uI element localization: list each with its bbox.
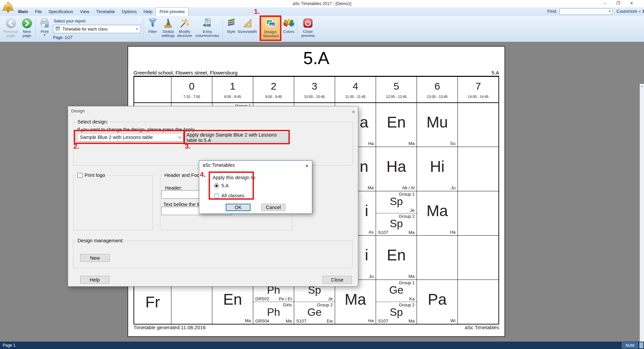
print-logo-checkbox[interactable] — [77, 173, 83, 178]
apply-design-button[interactable]: Apply design Sample Blue 2 with Lessons … — [186, 133, 288, 142]
close-preview-button[interactable]: Close preview — [299, 17, 317, 41]
radio-selected-icon[interactable] — [214, 183, 219, 188]
lesson-cell — [458, 191, 498, 235]
period-header-cell: 714:00 - 14:45 — [458, 77, 498, 102]
design-management-label: Design management: — [76, 238, 125, 243]
page-footer: Timetable generated:11.08.2016 aSc Timet… — [133, 325, 499, 330]
vertical-scrollbar[interactable]: ▲ ▼ — [640, 84, 644, 349]
design-dialog-close-icon[interactable]: × — [352, 107, 355, 116]
find-area: Find: ▼ Customize ▼X — [547, 7, 641, 16]
apply-dialog-title: aSc Timetables — [203, 162, 235, 168]
subject: Ha — [386, 159, 406, 174]
period-number: 1 — [230, 81, 235, 92]
radio-unselected-icon[interactable] — [214, 193, 219, 198]
class-title: 5.A — [128, 48, 504, 68]
statusbar-corner[interactable] — [639, 342, 643, 348]
period-number: 0 — [189, 81, 195, 92]
restore-icon — [616, 1, 620, 5]
period-time: 14:00 - 14:45 — [468, 95, 489, 99]
radio-option-class[interactable]: 5.A — [214, 183, 229, 188]
lesson-cell: HiJu — [417, 147, 458, 191]
print-button[interactable]: Print ▼ — [38, 17, 52, 41]
close-window-button[interactable]: ✕ — [626, 0, 637, 7]
ribbon-separator — [297, 18, 298, 39]
find-input[interactable]: ▼ — [559, 8, 612, 15]
school-line: Greenfield school, Flowers street, Flowe… — [133, 69, 499, 76]
global-settings-button[interactable]: Global settings — [160, 17, 176, 41]
period-number: 6 — [434, 81, 440, 92]
room: S107 — [378, 318, 388, 323]
ok-button[interactable]: OK — [226, 204, 251, 211]
period-header-cell: 310:00 - 10:45 — [294, 77, 335, 102]
subject: Ma — [427, 203, 448, 218]
filter-label: Filter — [148, 30, 157, 34]
power-icon — [303, 17, 313, 30]
print-logo-option[interactable]: Print logo — [77, 172, 105, 178]
restore-button[interactable] — [612, 0, 624, 7]
lesson-cell: MuSu — [417, 102, 458, 147]
previous-page-button[interactable]: Previous page — [2, 17, 19, 41]
design-combobox[interactable]: Sample Blue 2 with Lessons table — [77, 133, 183, 142]
ribbon-separator — [222, 18, 223, 39]
lesson-cell: HaAb / Al — [376, 147, 417, 191]
period-header-cell: 411:00 - 11:45 — [335, 77, 376, 102]
radio-class-label: 5.A — [221, 183, 229, 188]
close-ribbon-icon[interactable]: X — [642, 9, 644, 14]
apply-dialog-titlebar[interactable]: aSc Timetables × — [199, 161, 312, 170]
extra-columns-label: Extra columns/rows — [194, 30, 221, 38]
help-button[interactable]: Help — [80, 276, 109, 284]
annotation-step-2: 2. — [73, 142, 79, 150]
previous-arrow-icon — [5, 17, 16, 30]
magic-wand-icon — [179, 17, 190, 30]
school-name: Greenfield school, Flowers street, Flowe… — [133, 70, 237, 76]
tab-file[interactable]: File — [32, 7, 45, 16]
print-dropdown-caret-icon[interactable]: ▼ — [43, 34, 46, 37]
tab-view[interactable]: View — [76, 7, 93, 16]
customize-button[interactable]: Customize ▼X — [616, 9, 644, 14]
tab-specification[interactable]: Specification — [45, 7, 77, 16]
teacher: Ma — [409, 318, 415, 323]
teacher: Ma — [286, 318, 292, 323]
lesson-cell — [458, 235, 498, 280]
subject: Sp — [390, 307, 403, 317]
sizes-width-button[interactable]: Sizes/width — [236, 17, 258, 41]
group-label: Group 1 — [399, 280, 415, 285]
design-dialog-titlebar[interactable]: Design × — [68, 106, 358, 115]
teacher: Ma — [409, 141, 415, 146]
minimize-button[interactable]: – — [599, 0, 610, 7]
next-page-button[interactable]: Next page — [19, 17, 34, 41]
design-management-group: Design management: New — [73, 238, 353, 268]
period-header-cell: 512:00 - 12:45 — [376, 77, 417, 102]
header-label: Header: — [165, 185, 182, 191]
tab-help[interactable]: Help — [140, 7, 156, 16]
colors-button[interactable]: Colors — [282, 17, 296, 41]
close-dialog-button[interactable]: Close — [323, 276, 352, 284]
design-standard-button[interactable]: Design: Standard — [261, 17, 280, 41]
chevron-down-icon[interactable]: ▼ — [608, 10, 611, 13]
filter-button[interactable]: Filter — [145, 17, 160, 41]
tab-options[interactable]: Options — [118, 7, 140, 16]
color-fan-icon — [283, 17, 294, 30]
period-time: 7:10 - 7:55 — [183, 95, 200, 99]
lesson-cell: PaWi — [417, 280, 458, 324]
tab-main[interactable]: Main — [15, 7, 32, 16]
app-logo-bell-icon[interactable]: aSc — [2, 0, 14, 17]
report-combobox[interactable]: Timetable for each class ▼ — [53, 25, 141, 33]
tab-timetable[interactable]: Timetable — [93, 7, 118, 16]
ribbon-separator — [36, 18, 36, 39]
cancel-button[interactable]: Cancel — [261, 204, 285, 211]
extra-columns-button[interactable]: Extra columns/rows — [194, 17, 221, 41]
lesson-cell: Group 1GeKaGroup 2SpS107Ma — [376, 280, 417, 324]
tab-print-preview[interactable]: Print preview — [156, 7, 188, 16]
teacher: Su — [450, 141, 455, 146]
room: GR502 — [255, 296, 269, 301]
timetable-corner-cell — [134, 77, 171, 102]
apply-dialog-close-icon[interactable]: × — [305, 161, 309, 170]
teacher: Je — [328, 296, 333, 301]
scroll-up-icon[interactable]: ▲ — [640, 84, 644, 89]
radio-option-all-classes[interactable]: All classes — [214, 193, 245, 198]
modify-structure-button[interactable]: Modify structure — [176, 17, 193, 41]
new-design-button[interactable]: New — [80, 254, 110, 262]
teacher: Ma — [409, 274, 415, 279]
period-header-cell: 18:00 - 8:45 — [212, 77, 253, 102]
